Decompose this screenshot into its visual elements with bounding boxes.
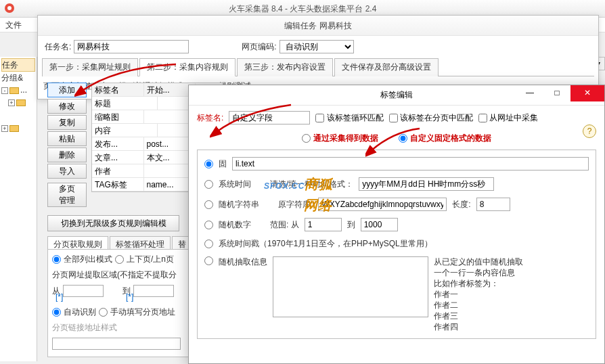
task-name-label: 任务名: xyxy=(45,41,71,53)
cb-inpage[interactable]: 该标签在分页中匹配 xyxy=(389,112,473,124)
paste-button[interactable]: 粘贴 xyxy=(47,131,87,146)
mode-all-label: 全部列出模式 xyxy=(64,254,112,265)
cb-fromurl[interactable]: 从网址中采集 xyxy=(478,112,538,124)
radio-collect[interactable]: 通过采集得到数据 xyxy=(302,133,378,144)
wildcard-from-link[interactable]: [*] xyxy=(55,292,63,302)
opt-randpick-radio[interactable] xyxy=(204,256,213,265)
range-to-label: 到 xyxy=(347,219,355,231)
fmt-label: 分页链接地址样式 xyxy=(52,322,185,334)
tab-step1[interactable]: 第一步：采集网址规则 xyxy=(42,58,138,76)
tab-step3[interactable]: 第三步：发布内容设置 xyxy=(237,58,333,76)
cell-name: 文章... xyxy=(92,151,144,164)
mode-prevnext-radio[interactable] xyxy=(115,255,124,264)
mode-all-radio[interactable] xyxy=(52,255,61,264)
task-row: 任务名: 网页编码: 自动识别 xyxy=(38,36,598,58)
app-icon xyxy=(4,3,15,14)
label-name-input[interactable] xyxy=(229,111,310,124)
label-edit-dialog: 标签编辑 — □ ✕ 标签名: 该标签循环匹配 该标签在分页中匹配 从网址中采集… xyxy=(188,85,605,364)
opt-systime-radio[interactable] xyxy=(204,180,213,189)
import-button[interactable]: 导入 xyxy=(47,164,87,179)
th-name: 标签名 xyxy=(92,83,144,96)
tree-expand-icon[interactable]: + xyxy=(1,125,8,132)
randpick-textarea[interactable] xyxy=(273,256,428,317)
cb-inpage-input[interactable] xyxy=(389,114,398,122)
dialog-title: 标签编辑 xyxy=(380,89,413,101)
task-name-input[interactable] xyxy=(74,40,189,53)
radio-fixed[interactable]: 自定义固定格式的数据 xyxy=(399,133,491,144)
modify-button[interactable]: 修改 xyxy=(47,99,87,114)
add-button[interactable]: 添加 xyxy=(47,83,87,97)
systime-hint: 请选/填一种时间格式： xyxy=(270,179,353,190)
svg-point-1 xyxy=(7,6,12,10)
paging-panel: 全部列出模式 上下页/上n页 分页网址提取区域(不指定不提取分 从 到 自动识别… xyxy=(47,249,189,357)
manual-label: 手动填写分页地址 xyxy=(110,306,175,318)
folder-icon xyxy=(16,99,26,106)
tree-root[interactable]: -... xyxy=(1,84,35,96)
manual-radio[interactable] xyxy=(99,308,108,317)
side-group[interactable]: 分组& xyxy=(1,72,35,84)
label-toolbar: 添加 修改 复制 粘贴 删除 导入 多页 管理 xyxy=(47,83,88,208)
cb-loop-input[interactable] xyxy=(315,114,324,122)
tree-expand-icon[interactable]: + xyxy=(8,99,15,106)
opt-randstr-label: 随机字符串 xyxy=(219,199,259,210)
cell-name: 内容 xyxy=(92,124,158,137)
tree-child2[interactable]: + xyxy=(1,122,35,134)
opt-systime-label: 系统时间 xyxy=(219,179,251,190)
opt-fixed-radio[interactable] xyxy=(204,160,213,168)
switch-mode-button[interactable]: 切换到无限级多页规则编辑模 xyxy=(47,215,179,231)
tab-step2[interactable]: 第二步：采集内容规则 xyxy=(139,58,236,76)
origin-label: 原字符库: xyxy=(278,199,313,210)
wildcard-to-link[interactable]: [*] xyxy=(126,292,133,302)
len-label: 长度: xyxy=(452,199,470,210)
edit-title: 编辑任务 网易科技 xyxy=(38,16,598,36)
randpick-note: 从已定义的值中随机抽取 一个一行一条内容信息 比如作者标签为： 作者一 作者二 … xyxy=(434,256,523,332)
radio-fixed-input[interactable] xyxy=(399,134,407,143)
auto-radio[interactable] xyxy=(52,308,61,317)
minimize-button[interactable]: — xyxy=(516,85,543,101)
systime-fmt-input[interactable] xyxy=(359,177,494,191)
multipage-button[interactable]: 多页 管理 xyxy=(47,183,87,207)
folder-icon xyxy=(9,125,19,132)
maximize-button[interactable]: □ xyxy=(543,85,570,101)
cb-fromurl-input[interactable] xyxy=(478,114,487,122)
tab-step4[interactable]: 文件保存及部分高级设置 xyxy=(334,58,439,76)
radio-collect-input[interactable] xyxy=(302,134,311,143)
origin-input[interactable] xyxy=(318,198,447,211)
cell-name: 发布... xyxy=(92,137,144,150)
cell-name: 缩略图 xyxy=(92,110,144,123)
to-input[interactable] xyxy=(133,285,174,297)
fmt-input[interactable] xyxy=(52,338,181,350)
dialog-title-bar: 标签编辑 — □ ✕ xyxy=(189,85,604,106)
len-input[interactable] xyxy=(476,198,510,211)
encoding-select[interactable]: 自动识别 xyxy=(279,40,354,53)
auto-label: 自动识别 xyxy=(64,306,96,318)
folder-icon xyxy=(9,87,19,94)
mode-prevnext-label: 上下页/上n页 xyxy=(127,254,174,265)
range-from-input[interactable] xyxy=(305,218,342,231)
tree-collapse-icon[interactable]: - xyxy=(1,87,8,94)
cb-loop[interactable]: 该标签循环匹配 xyxy=(315,112,383,124)
cell-name: 标题 xyxy=(92,97,158,110)
menu-file[interactable]: 文件 xyxy=(5,20,22,30)
opt-fixed-input[interactable] xyxy=(232,157,589,170)
opt-randstr-radio[interactable] xyxy=(204,200,213,209)
help-icon[interactable]: ? xyxy=(583,124,596,138)
range-to-input[interactable] xyxy=(361,218,398,231)
encoding-label: 网页编码: xyxy=(242,41,276,53)
opt-randnum-radio[interactable] xyxy=(204,221,213,229)
from-input[interactable] xyxy=(63,285,104,297)
main-title: 火车采集器 8.4 - 火车头数据采集平台 2.4 xyxy=(229,4,377,14)
close-button[interactable]: ✕ xyxy=(570,85,604,101)
options-block: 固 系统时间 请选/填一种时间格式： 随机字符串 原字符库: 长度: 随机数字 … xyxy=(197,150,596,339)
copy-button[interactable]: 复制 xyxy=(47,115,87,130)
side-tree: 任务 分组& -... + + xyxy=(0,57,37,361)
opt-fixed-label: 固 xyxy=(219,158,227,170)
tree-child[interactable]: + xyxy=(1,96,35,108)
cell-name: 作者 xyxy=(92,164,144,177)
opt-tstamp-radio[interactable] xyxy=(204,240,213,248)
delete-button[interactable]: 删除 xyxy=(47,147,87,162)
extract-line: 分页网址提取区域(不指定不提取分 xyxy=(52,269,185,281)
opt-randnum-label: 随机数字 xyxy=(219,219,251,231)
label-name-lbl: 标签名: xyxy=(197,112,223,124)
side-tasks[interactable]: 任务 xyxy=(1,58,35,72)
